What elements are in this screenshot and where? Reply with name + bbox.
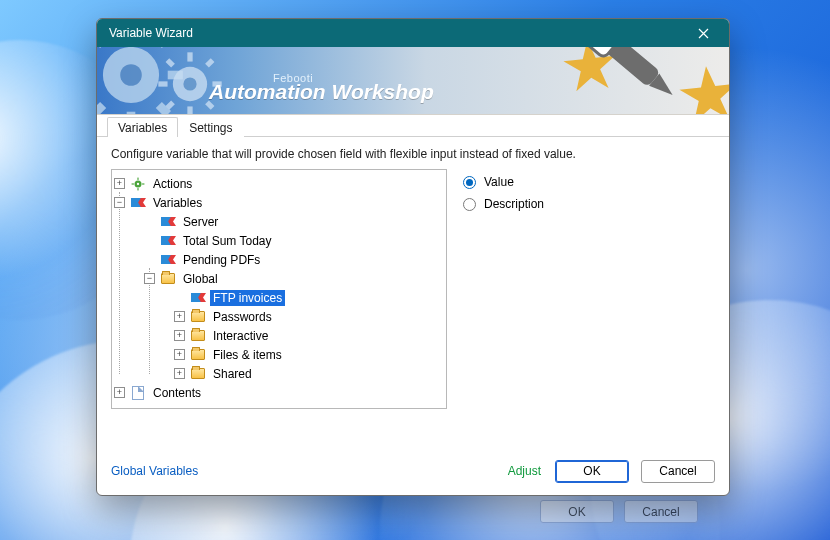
svg-rect-13 bbox=[187, 106, 192, 115]
expander-icon[interactable]: + bbox=[114, 178, 125, 189]
tree-label: Total Sum Today bbox=[180, 233, 275, 249]
tree-label: Server bbox=[180, 214, 221, 230]
expander-icon[interactable]: + bbox=[174, 349, 185, 360]
svg-rect-3 bbox=[127, 112, 136, 115]
tree-node-server[interactable]: Server bbox=[160, 212, 446, 231]
variable-wizard-window: Variable Wizard Febooti Automation Works… bbox=[96, 18, 730, 496]
variable-icon bbox=[160, 214, 176, 230]
tree-label: Files & items bbox=[210, 347, 285, 363]
tab-strip: Variables Settings bbox=[97, 115, 729, 137]
folder-icon bbox=[190, 309, 206, 325]
expander-icon[interactable]: + bbox=[174, 368, 185, 379]
tree-node-ftp-invoices[interactable]: FTP invoices bbox=[190, 288, 446, 307]
tree-label: Shared bbox=[210, 366, 255, 382]
tree-node-files-items[interactable]: Files & items bbox=[190, 345, 446, 364]
variable-icon bbox=[130, 195, 146, 211]
svg-rect-28 bbox=[132, 183, 134, 184]
radio-description[interactable]: Description bbox=[463, 193, 709, 215]
svg-rect-26 bbox=[137, 177, 138, 179]
cancel-button[interactable]: Cancel bbox=[641, 460, 715, 483]
tree-label: Actions bbox=[150, 176, 195, 192]
tree-node-contents[interactable]: Contents bbox=[130, 383, 446, 402]
radio-label: Description bbox=[484, 197, 544, 211]
variable-icon bbox=[160, 252, 176, 268]
banner-product-label: Automation Workshop bbox=[209, 80, 434, 104]
window-title: Variable Wizard bbox=[109, 26, 685, 40]
folder-icon bbox=[190, 366, 206, 382]
dialog-footer: Global Variables Adjust OK Cancel bbox=[97, 453, 729, 495]
tree-node-shared[interactable]: Shared bbox=[190, 364, 446, 383]
background-dialog-buttons: OK Cancel bbox=[540, 500, 698, 523]
variable-tree[interactable]: + Actions − bbox=[111, 169, 447, 409]
tree-node-total-sum-today[interactable]: Total Sum Today bbox=[160, 231, 446, 250]
svg-point-30 bbox=[137, 182, 139, 184]
svg-rect-7 bbox=[156, 47, 171, 48]
folder-icon bbox=[160, 271, 176, 287]
tab-variables[interactable]: Variables bbox=[107, 117, 178, 137]
tree-node-variables[interactable]: Variables bbox=[130, 193, 446, 212]
tree-label: Pending PDFs bbox=[180, 252, 263, 268]
svg-point-11 bbox=[183, 77, 196, 90]
tree-label: Variables bbox=[150, 195, 205, 211]
tree-node-actions[interactable]: Actions bbox=[130, 174, 446, 193]
svg-rect-17 bbox=[205, 58, 214, 67]
attribute-panel: Value Description bbox=[453, 169, 715, 447]
adjust-link[interactable]: Adjust bbox=[508, 464, 541, 478]
radio-icon bbox=[463, 198, 476, 211]
tree-label-selected: FTP invoices bbox=[210, 290, 285, 306]
svg-rect-29 bbox=[142, 183, 144, 184]
close-icon bbox=[698, 28, 709, 39]
radio-value[interactable]: Value bbox=[463, 171, 709, 193]
tree-node-passwords[interactable]: Passwords bbox=[190, 307, 446, 326]
svg-rect-16 bbox=[166, 58, 175, 67]
variable-icon bbox=[160, 233, 176, 249]
svg-point-1 bbox=[120, 64, 142, 86]
svg-rect-14 bbox=[158, 81, 167, 86]
svg-rect-18 bbox=[166, 100, 175, 109]
expander-icon[interactable]: + bbox=[174, 330, 185, 341]
tree-label: Interactive bbox=[210, 328, 271, 344]
document-icon bbox=[130, 385, 146, 401]
tree-label: Passwords bbox=[210, 309, 275, 325]
tree-label: Global bbox=[180, 271, 221, 287]
expander-icon[interactable]: − bbox=[114, 197, 125, 208]
close-button[interactable] bbox=[685, 22, 721, 44]
variable-icon bbox=[190, 290, 206, 306]
svg-rect-8 bbox=[97, 102, 106, 115]
instruction-text: Configure variable that will provide cho… bbox=[111, 147, 715, 161]
folder-icon bbox=[190, 328, 206, 344]
folder-icon bbox=[190, 347, 206, 363]
titlebar: Variable Wizard bbox=[97, 19, 729, 47]
svg-rect-12 bbox=[187, 52, 192, 61]
radio-label: Value bbox=[484, 175, 514, 189]
expander-icon[interactable]: + bbox=[114, 387, 125, 398]
tree-node-global[interactable]: Global bbox=[160, 269, 446, 288]
actions-gear-icon bbox=[130, 176, 146, 192]
svg-rect-6 bbox=[97, 47, 106, 48]
header-banner: Febooti Automation Workshop bbox=[97, 47, 729, 115]
tree-node-interactive[interactable]: Interactive bbox=[190, 326, 446, 345]
radio-icon bbox=[463, 176, 476, 189]
ok-button[interactable]: OK bbox=[555, 460, 629, 483]
expander-icon[interactable]: + bbox=[174, 311, 185, 322]
tree-node-pending-pdfs[interactable]: Pending PDFs bbox=[160, 250, 446, 269]
expander-icon[interactable]: − bbox=[144, 273, 155, 284]
svg-rect-27 bbox=[137, 188, 138, 190]
tree-label: Contents bbox=[150, 385, 204, 401]
tab-settings[interactable]: Settings bbox=[178, 117, 243, 137]
global-variables-link[interactable]: Global Variables bbox=[111, 464, 198, 478]
